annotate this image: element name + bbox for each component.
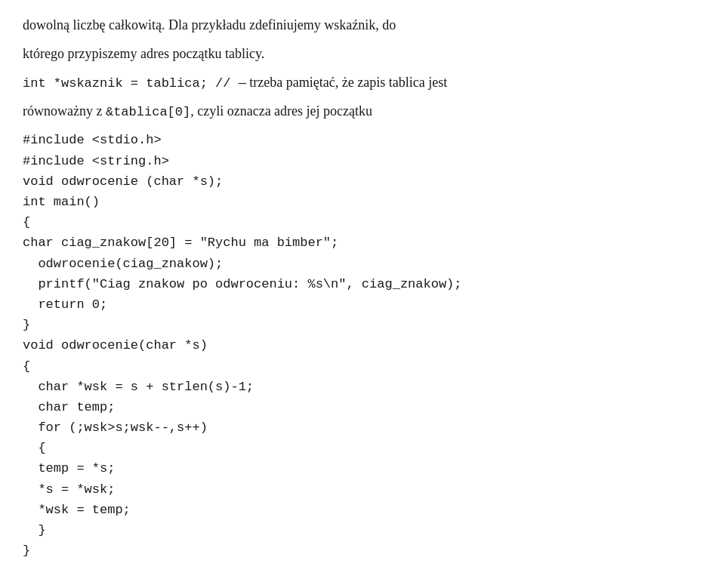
prose-code-inline: int *wskaznik = tablica; // —: [23, 76, 246, 91]
prose-line1: dowolną liczbę całkowitą. Dla przykładu …: [23, 15, 702, 36]
prose-line4: równoważny z &tablica[0], czyli oznacza …: [23, 101, 702, 122]
prose-code-inline2: &tablica[0]: [106, 105, 190, 119]
prose-line4-text2: , czyli oznacza adres jej początku: [190, 103, 372, 119]
prose-line3-text: trzeba pamiętać, że zapis tablica jest: [249, 75, 447, 90]
page-content: dowolną liczbę całkowitą. Dla przykładu …: [23, 15, 702, 561]
prose-line2: którego przypiszemy adres początku tabli…: [23, 44, 702, 65]
prose-line4-text: równoważny z: [23, 103, 106, 119]
prose-line3: int *wskaznik = tablica; // — trzeba pam…: [23, 72, 702, 94]
code-block: #include <stdio.h> #include <string.h> v…: [23, 130, 702, 561]
